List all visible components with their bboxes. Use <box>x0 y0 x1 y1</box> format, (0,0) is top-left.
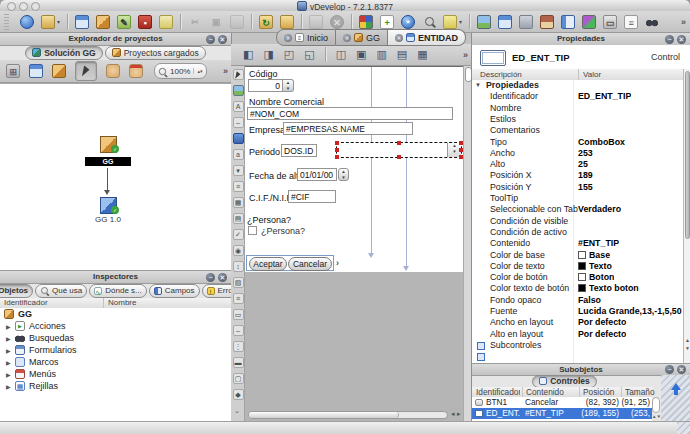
property-value[interactable]: Verdadero <box>578 204 621 216</box>
codigo-field[interactable] <box>248 79 283 92</box>
same-size-icon[interactable]: ▥ <box>376 48 386 61</box>
inspectors-tab-campos[interactable]: Campos <box>149 284 200 298</box>
move-up-arrow-icon[interactable] <box>671 383 681 390</box>
property-row[interactable]: Nombre <box>472 103 683 115</box>
editor-tab-entidad[interactable]: ✕ENTIDAD <box>388 29 466 46</box>
image-icon[interactable] <box>477 15 491 29</box>
palette-tool-radiobutton[interactable]: ◉ <box>233 245 244 256</box>
explorer-minimize-icon[interactable]: − <box>206 35 215 44</box>
property-row[interactable]: Alto en layoutPor defecto <box>472 329 683 341</box>
palette-tool-textfield[interactable]: a <box>233 149 244 160</box>
cancelar-button[interactable]: Cancelar <box>288 257 332 271</box>
paste-icon[interactable] <box>230 15 244 29</box>
overview-icon[interactable]: ⊞ <box>6 64 20 78</box>
panel-window-icon[interactable] <box>561 15 575 29</box>
palette-tool-tree[interactable]: ⋮ <box>233 341 244 352</box>
property-value[interactable]: Texto boton <box>578 283 639 295</box>
property-row[interactable]: Color de textoTexto <box>472 261 683 273</box>
properties-scrollbar[interactable]: ▲ ▼ <box>683 69 690 363</box>
expand-arrow-icon[interactable]: ▶ <box>6 323 15 330</box>
palette-tool-memo[interactable]: ≡ <box>233 293 244 304</box>
property-row[interactable]: ToolTip <box>472 193 683 205</box>
close-tab-icon[interactable]: ✕ <box>343 34 351 42</box>
form-horizontal-scrollbar[interactable] <box>248 411 448 419</box>
explorer-tab-solucion-gg[interactable]: Solución GG <box>25 46 102 60</box>
properties-scrollbar-thumb[interactable] <box>685 71 690 239</box>
property-row[interactable]: Posición X189 <box>472 170 683 182</box>
tree-item-marcos[interactable]: ▶Marcos <box>0 356 231 368</box>
inspectors-tab-objetos[interactable]: Objetos <box>0 284 33 298</box>
palette-tool-toolbar[interactable]: ▬ <box>233 357 244 368</box>
palette-tool-panel[interactable]: ▢ <box>233 373 244 384</box>
codigo-stepper[interactable]: ▲▼ <box>283 79 294 92</box>
property-group-row[interactable]: ▼Propiedades <box>472 80 683 92</box>
property-row[interactable]: FuenteLucida Grande,13,-1,5,50,0,0,0,0,0 <box>472 306 683 318</box>
align-bottom-edges-icon[interactable]: ◱ <box>304 48 314 61</box>
print-icon[interactable]: ▭ <box>603 15 617 29</box>
tree-item-busquedas[interactable]: ▶Busquedas <box>0 332 231 344</box>
property-value[interactable]: 189 <box>578 170 593 182</box>
property-row[interactable]: Condición de visible <box>472 216 683 228</box>
property-row[interactable]: IdentificadorED_ENT_TIP <box>472 91 683 103</box>
compile-icon[interactable]: * <box>401 15 415 29</box>
palette-tool-slider[interactable]: – <box>233 325 244 336</box>
close-tab-icon[interactable]: ✕ <box>284 34 292 42</box>
expand-arrow-icon[interactable]: ▶ <box>6 347 15 354</box>
toolbar-overflow-icon[interactable]: » <box>223 66 228 76</box>
property-value[interactable]: 155 <box>578 182 593 194</box>
ent-tip-combobox[interactable]: ▲▼ <box>336 142 462 158</box>
no-drop-hand-icon[interactable] <box>129 64 143 78</box>
media-icon[interactable] <box>540 15 554 29</box>
tree-item-formularios[interactable]: ▶Formularios <box>0 344 231 356</box>
app-globe-icon[interactable] <box>20 15 34 29</box>
folder-refresh-icon[interactable]: ↻ <box>259 15 273 29</box>
expand-arrow-icon[interactable]: ▶ <box>6 371 15 378</box>
snapshot-icon[interactable] <box>519 15 533 29</box>
property-value[interactable]: Texto <box>578 261 612 273</box>
palette-tool-datefield[interactable]: ▧ <box>233 277 244 288</box>
palette-tool-combobox[interactable]: ▾ <box>233 165 244 176</box>
subobjects-minimize-icon[interactable]: − <box>665 365 674 374</box>
editor-tab-inicio[interactable]: ✕≡Inicio <box>276 29 336 46</box>
empresa-field[interactable] <box>283 122 413 135</box>
property-row[interactable]: Color de baseBase <box>472 250 683 262</box>
pan-hand-icon[interactable] <box>106 64 120 78</box>
palette-tool-grid[interactable]: ▦ <box>233 197 244 208</box>
tree-item-rejillas[interactable]: ▶▦Rejillas <box>0 380 231 392</box>
tree-item-mens[interactable]: ▶Menús <box>0 368 231 380</box>
selection-handle[interactable] <box>459 148 463 152</box>
package-icon[interactable] <box>96 15 110 29</box>
cif-field[interactable] <box>288 190 336 203</box>
toolbar-overflow-icon[interactable]: » <box>681 17 686 27</box>
inspect-icon[interactable] <box>422 15 436 29</box>
scroll-right-icon[interactable]: ▸ <box>457 410 461 418</box>
expand-arrow-icon[interactable]: ▶ <box>6 383 15 390</box>
property-value[interactable]: Por defecto <box>578 329 626 341</box>
selection-handle[interactable] <box>335 155 339 159</box>
form-window-icon[interactable] <box>498 15 512 29</box>
selection-handle[interactable] <box>397 141 401 145</box>
nombre-comercial-field[interactable] <box>247 107 453 120</box>
export-package-icon[interactable] <box>443 15 457 29</box>
property-value[interactable]: Por defecto <box>578 317 626 329</box>
property-row[interactable]: Seleccionable con TabVerdadero <box>472 204 683 216</box>
property-row[interactable]: Alto25 <box>472 159 683 171</box>
dropdown-caret-icon[interactable]: ▾ <box>57 18 60 25</box>
property-row[interactable]: Posición Y155 <box>472 182 683 194</box>
aceptar-button[interactable]: Aceptar <box>249 257 287 271</box>
same-width-icon[interactable]: ▤ <box>397 48 407 61</box>
partial-row[interactable] <box>472 351 683 363</box>
center-vertical-icon[interactable]: ▣ <box>356 48 366 61</box>
persona-checkbox[interactable] <box>248 226 257 235</box>
expand-arrow-icon[interactable]: ▶ <box>6 335 15 342</box>
cut-icon[interactable]: ✂ <box>188 15 202 29</box>
property-value[interactable]: Base <box>578 250 610 262</box>
selection-handle[interactable] <box>459 141 463 145</box>
property-value[interactable]: Lucida Grande,13,-1,5,50,0,0,0,0,0 <box>578 306 682 318</box>
inspectors-close-icon[interactable]: ✕ <box>218 273 227 282</box>
report-icon[interactable]: ≡ <box>624 15 638 29</box>
property-value[interactable]: #ENT_TIP <box>578 238 619 250</box>
new-document-icon[interactable]: + <box>380 15 394 29</box>
palette-tool-listbox[interactable]: ≡ <box>233 181 244 192</box>
solution-node-label[interactable]: GG <box>85 157 131 166</box>
